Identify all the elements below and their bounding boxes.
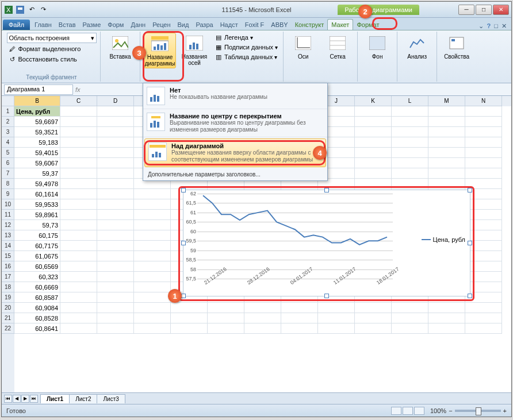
cell[interactable] — [465, 106, 502, 117]
resize-handle[interactable] — [324, 188, 329, 192]
zoom-slider[interactable] — [455, 410, 501, 412]
cell[interactable] — [60, 117, 97, 127]
fx-icon[interactable]: fx — [75, 86, 81, 93]
cell[interactable] — [428, 137, 465, 148]
cell[interactable]: 59,4978 — [14, 179, 60, 189]
cell[interactable] — [134, 261, 171, 272]
cell[interactable] — [134, 282, 171, 292]
cell[interactable] — [465, 261, 502, 272]
tab-format[interactable]: Формат — [353, 20, 382, 30]
cell[interactable] — [428, 303, 465, 313]
cell[interactable] — [392, 148, 428, 158]
cell[interactable] — [60, 199, 97, 210]
row-header[interactable]: 11 — [2, 210, 14, 220]
cell[interactable] — [60, 189, 97, 199]
cell[interactable] — [97, 106, 134, 117]
cell[interactable] — [244, 323, 281, 334]
row-header[interactable]: 12 — [2, 220, 14, 230]
cell[interactable] — [465, 323, 502, 334]
cell[interactable] — [355, 313, 392, 323]
cell[interactable] — [97, 292, 134, 303]
cell[interactable] — [465, 282, 502, 292]
resize-handle[interactable] — [324, 294, 329, 298]
tab-layout[interactable]: Макет — [327, 19, 353, 30]
insert-button[interactable]: Вставка — [104, 33, 136, 61]
cell[interactable] — [244, 303, 281, 313]
cell[interactable]: 60,6669 — [14, 282, 60, 292]
row-header[interactable]: 8 — [2, 179, 14, 189]
row-header[interactable]: 18 — [2, 282, 14, 292]
cell[interactable] — [208, 323, 244, 334]
cell[interactable]: 61,0675 — [14, 251, 60, 261]
cell[interactable] — [465, 117, 502, 127]
legend-button[interactable]: ▤Легенда ▾ — [213, 33, 280, 42]
redo-icon[interactable]: ↷ — [39, 5, 48, 14]
window-restore-icon[interactable]: □ — [494, 22, 498, 30]
cell[interactable] — [465, 272, 502, 282]
row-header[interactable]: 2 — [2, 117, 14, 127]
resize-handle[interactable] — [181, 188, 186, 192]
cell[interactable] — [60, 179, 97, 189]
tab-data[interactable]: Данн — [127, 20, 149, 30]
tab-design[interactable]: Конструкт — [292, 20, 328, 30]
cell[interactable] — [392, 168, 428, 179]
row-header[interactable]: 7 — [2, 168, 14, 179]
name-box[interactable]: Диаграмма 1 — [4, 84, 73, 95]
tab-review[interactable]: Рецен — [149, 20, 174, 30]
tab-nav-prev[interactable]: ◀ — [13, 395, 21, 403]
tab-file[interactable]: Файл — [3, 20, 30, 30]
cell[interactable] — [97, 303, 134, 313]
cell[interactable] — [428, 106, 465, 117]
window-close-icon[interactable]: ✕ — [501, 22, 507, 30]
cell[interactable] — [97, 323, 134, 334]
tab-addins[interactable]: Надст — [217, 20, 242, 30]
cell[interactable] — [465, 230, 502, 241]
column-header[interactable]: D — [97, 96, 134, 106]
dropdown-more-options[interactable]: Дополнительные параметры заголовков... — [143, 168, 327, 180]
cell[interactable] — [134, 189, 171, 199]
cell[interactable] — [97, 272, 134, 282]
cell[interactable] — [465, 199, 502, 210]
cell[interactable] — [60, 292, 97, 303]
minimize-button[interactable]: ─ — [458, 5, 474, 15]
cell[interactable] — [97, 148, 134, 158]
chart-element-selector[interactable]: Область построения▾ — [7, 33, 97, 43]
cell[interactable] — [97, 179, 134, 189]
cell[interactable] — [355, 117, 392, 127]
cell[interactable]: 59,6067 — [14, 158, 60, 168]
cell[interactable] — [281, 303, 318, 313]
cell[interactable] — [97, 158, 134, 168]
cell[interactable]: 60,175 — [14, 230, 60, 241]
tab-nav-first[interactable]: ⏮ — [4, 395, 12, 403]
cell[interactable] — [355, 106, 392, 117]
cell[interactable] — [60, 313, 97, 323]
cell[interactable] — [97, 127, 134, 137]
cell[interactable] — [428, 323, 465, 334]
row-header[interactable]: 19 — [2, 292, 14, 303]
save-icon[interactable] — [16, 5, 25, 14]
cell[interactable] — [60, 303, 97, 313]
cell[interactable] — [97, 261, 134, 272]
cell[interactable] — [392, 158, 428, 168]
cell[interactable] — [355, 179, 392, 189]
cell[interactable] — [392, 127, 428, 137]
cell[interactable] — [392, 323, 428, 334]
dropdown-centered-overlay[interactable]: Название по центру с перекрытиемВыравнив… — [143, 109, 327, 137]
cell[interactable] — [355, 137, 392, 148]
column-header[interactable]: B — [14, 96, 60, 106]
cell[interactable] — [97, 241, 134, 251]
chart-legend[interactable]: Цена, рубл — [422, 236, 465, 243]
column-header[interactable]: M — [428, 96, 465, 106]
cell[interactable] — [134, 230, 171, 241]
cell[interactable] — [97, 230, 134, 241]
properties-button[interactable]: Свойства — [441, 33, 473, 61]
cell[interactable] — [355, 158, 392, 168]
row-header[interactable]: 22 — [2, 323, 14, 334]
zoom-out-button[interactable]: − — [449, 407, 452, 414]
cell[interactable] — [60, 261, 97, 272]
cell[interactable]: 59,37 — [14, 168, 60, 179]
cell[interactable] — [465, 168, 502, 179]
tab-foxit[interactable]: Foxit F — [242, 20, 268, 30]
close-button[interactable]: ✕ — [493, 5, 509, 15]
cell[interactable]: 60,7175 — [14, 241, 60, 251]
